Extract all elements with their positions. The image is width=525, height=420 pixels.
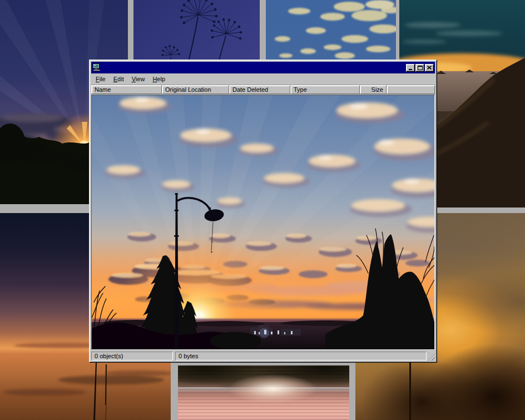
column-headers: Name Original Location Date Deleted Type… — [91, 85, 435, 95]
desktop: File Edit View Help Name Original Locati… — [0, 0, 525, 420]
menu-item-edit[interactable]: Edit — [110, 75, 127, 83]
menu-item-file[interactable]: File — [92, 75, 109, 83]
resize-grip[interactable] — [428, 353, 435, 360]
recycle-bin-window: File Edit View Help Name Original Locati… — [89, 60, 437, 363]
column-header-blank[interactable] — [387, 85, 435, 94]
column-header-size[interactable]: Size — [360, 85, 387, 94]
minimize-button[interactable] — [406, 64, 415, 72]
computer-icon — [92, 63, 101, 72]
maximize-button[interactable] — [415, 64, 424, 72]
column-header-name[interactable]: Name — [91, 85, 162, 94]
column-header-date-deleted[interactable]: Date Deleted — [229, 85, 290, 94]
close-icon — [427, 66, 432, 70]
close-button[interactable] — [425, 64, 434, 72]
wallpaper-tile-water-reflection — [178, 365, 349, 420]
plant-stem-silhouette — [409, 362, 411, 420]
status-total-size: 0 bytes — [175, 352, 427, 360]
minimize-icon — [409, 69, 412, 70]
titlebar[interactable] — [91, 62, 435, 73]
maximize-icon — [418, 66, 423, 70]
column-header-type[interactable]: Type — [290, 85, 360, 94]
status-bar: 0 object(s) 0 bytes — [91, 350, 435, 360]
status-object-count: 0 object(s) — [91, 352, 173, 360]
file-list-area[interactable] — [91, 95, 435, 350]
sunset-photo — [92, 95, 434, 350]
menubar: File Edit View Help — [91, 73, 435, 85]
menu-item-help[interactable]: Help — [149, 75, 169, 83]
column-header-original-location[interactable]: Original Location — [162, 85, 229, 94]
menu-item-view[interactable]: View — [128, 75, 148, 83]
